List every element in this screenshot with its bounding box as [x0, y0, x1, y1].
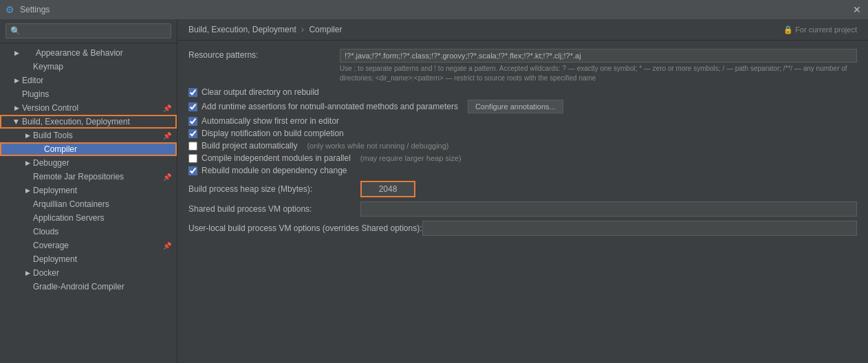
- sidebar-item-docker[interactable]: ▶ Docker: [0, 266, 177, 280]
- expand-arrow-icon: ▶: [11, 102, 22, 113]
- sidebar-item-version-control[interactable]: ▶ Version Control 📌: [0, 101, 177, 115]
- shared-vm-row: Shared build process VM options:: [188, 201, 857, 217]
- display-notification-label: Display notification on build completion: [202, 129, 344, 138]
- sidebar-item-build-execution[interactable]: ▶ Build, Execution, Deployment: [0, 115, 177, 129]
- sidebar-item-label: Remote Jar Repositories: [33, 172, 124, 182]
- runtime-assertions-checkbox[interactable]: [188, 102, 197, 111]
- sidebar-item-label: Plugins: [22, 89, 49, 99]
- sidebar-item-build-tools[interactable]: ▶ Build Tools 📌: [0, 129, 177, 142]
- expand-arrow-icon: ▶: [11, 116, 22, 127]
- current-project-label: 🔒 For current project: [783, 25, 857, 34]
- user-local-vm-row: User-local build process VM options (ove…: [188, 221, 857, 236]
- content-body: Resource patterns: Use ; to separate pat…: [177, 41, 868, 363]
- settings-window: ⚙ Settings ✕ ▶ Appearance & Behavior: [0, 0, 868, 363]
- heap-size-row: Build process heap size (Mbytes):: [188, 181, 857, 197]
- sidebar-item-appearance-behavior[interactable]: ▶ Appearance & Behavior: [0, 46, 177, 60]
- sidebar-item-editor[interactable]: ▶ Editor: [0, 74, 177, 87]
- checkbox-rebuild-module: Rebuild module on dependency change: [188, 166, 857, 175]
- search-input[interactable]: [6, 23, 171, 38]
- sidebar-item-label: Build, Execution, Deployment: [22, 117, 130, 126]
- sidebar-item-application-servers[interactable]: ▶ Application Servers: [0, 211, 177, 225]
- compile-parallel-note: (may require larger heap size): [360, 154, 462, 162]
- sidebar-item-gradle-android[interactable]: ▶ Gradle-Android Compiler: [0, 280, 177, 294]
- sidebar-item-label: Docker: [33, 268, 59, 278]
- compile-parallel-checkbox[interactable]: [188, 154, 197, 163]
- sidebar-item-compiler[interactable]: ▶ Compiler: [0, 142, 177, 156]
- checkbox-runtime-assertions: Add runtime assertions for notnull-annot…: [188, 100, 857, 113]
- show-first-error-checkbox[interactable]: [188, 117, 197, 126]
- compile-parallel-label: Compile independent modules in parallel: [202, 153, 351, 163]
- sidebar-item-plugins[interactable]: ▶ Plugins: [0, 87, 177, 101]
- user-local-vm-input[interactable]: [422, 221, 858, 236]
- sidebar-item-label: Compiler: [44, 144, 77, 154]
- sidebar-item-label: Debugger: [33, 158, 69, 168]
- clear-output-checkbox[interactable]: [188, 88, 197, 97]
- content-panel: Build, Execution, Deployment › Compiler …: [177, 19, 868, 363]
- sidebar-item-debugger[interactable]: ▶ Debugger: [0, 156, 177, 170]
- breadcrumb: Build, Execution, Deployment › Compiler: [188, 25, 342, 34]
- resource-patterns-row: Resource patterns: Use ; to separate pat…: [188, 49, 857, 83]
- resource-patterns-hint: Use ; to separate patterns and ! to nega…: [340, 64, 857, 83]
- expand-arrow-icon: ▶: [11, 75, 22, 86]
- checkbox-build-auto: Build project automatically (only works …: [188, 141, 857, 151]
- content-header: Build, Execution, Deployment › Compiler …: [177, 19, 868, 41]
- sidebar-item-coverage[interactable]: ▶ Coverage 📌: [0, 239, 177, 252]
- settings-icon: ⚙: [6, 4, 14, 15]
- sidebar-item-label: Arquillian Containers: [33, 199, 109, 209]
- sidebar-item-arquillian[interactable]: ▶ Arquillian Containers: [0, 197, 177, 211]
- user-local-vm-label: User-local build process VM options (ove…: [188, 223, 422, 233]
- runtime-assertions-label: Add runtime assertions for notnull-annot…: [202, 102, 458, 111]
- expand-arrow-icon: ▶: [22, 267, 33, 278]
- expand-arrow-icon: ▶: [11, 47, 22, 58]
- title-bar-controls: ✕: [851, 4, 862, 15]
- heap-size-input[interactable]: [360, 181, 415, 197]
- tree-area: ▶ Appearance & Behavior ▶ Keymap ▶ Edito…: [0, 43, 177, 363]
- current-project-text: For current project: [795, 25, 857, 34]
- sidebar: ▶ Appearance & Behavior ▶ Keymap ▶ Edito…: [0, 19, 177, 363]
- sidebar-item-deployment2[interactable]: ▶ Deployment: [0, 252, 177, 266]
- rebuild-module-checkbox[interactable]: [188, 166, 197, 175]
- pin-icon: 📌: [163, 242, 171, 250]
- sidebar-item-remote-jar-repos[interactable]: ▶ Remote Jar Repositories 📌: [0, 170, 177, 184]
- checkbox-compile-parallel: Compile independent modules in parallel …: [188, 153, 857, 163]
- pin-icon: 📌: [163, 132, 171, 140]
- display-notification-checkbox[interactable]: [188, 129, 197, 138]
- sidebar-item-keymap[interactable]: ▶ Keymap: [0, 60, 177, 74]
- main-content: ▶ Appearance & Behavior ▶ Keymap ▶ Edito…: [0, 19, 868, 363]
- window-title: Settings: [20, 5, 50, 14]
- clear-output-label: Clear output directory on rebuild: [202, 87, 319, 97]
- sidebar-item-label: Coverage: [33, 241, 69, 250]
- breadcrumb-part1: Build, Execution, Deployment: [188, 25, 296, 34]
- expand-arrow-icon: ▶: [22, 157, 33, 168]
- checkbox-clear-output: Clear output directory on rebuild: [188, 87, 857, 97]
- sidebar-item-label: Editor: [22, 76, 43, 85]
- sidebar-item-label: Application Servers: [33, 213, 104, 223]
- build-auto-label: Build project automatically: [202, 141, 297, 151]
- pin-icon: 📌: [163, 104, 171, 112]
- sidebar-item-label: Build Tools: [33, 131, 73, 140]
- folder-icon: [22, 47, 33, 58]
- sidebar-item-clouds[interactable]: ▶ Clouds: [0, 225, 177, 239]
- show-first-error-label: Automatically show first error in editor: [202, 116, 339, 126]
- title-bar-left: ⚙ Settings: [6, 4, 50, 15]
- close-button[interactable]: ✕: [851, 4, 862, 15]
- heap-size-label: Build process heap size (Mbytes):: [188, 184, 360, 194]
- sidebar-item-label: Deployment: [33, 254, 77, 264]
- expand-arrow-icon: ▶: [22, 130, 33, 141]
- checkbox-show-first-error: Automatically show first error in editor: [188, 116, 857, 126]
- resource-patterns-label: Resource patterns:: [188, 49, 340, 60]
- rebuild-module-label: Rebuild module on dependency change: [202, 166, 347, 175]
- resource-patterns-input[interactable]: [340, 49, 857, 63]
- pin-icon: 📌: [163, 173, 171, 181]
- shared-vm-label: Shared build process VM options:: [188, 204, 360, 214]
- sidebar-item-deployment[interactable]: ▶ Deployment: [0, 184, 177, 197]
- sidebar-item-label: Gradle-Android Compiler: [33, 282, 124, 292]
- expand-arrow-icon: ▶: [22, 185, 33, 196]
- sidebar-item-label: Keymap: [33, 62, 63, 72]
- build-auto-note: (only works while not running / debuggin…: [307, 142, 448, 150]
- configure-annotations-button[interactable]: Configure annotations...: [468, 100, 563, 113]
- resource-patterns-control: Use ; to separate patterns and ! to nega…: [340, 49, 857, 83]
- build-auto-checkbox[interactable]: [188, 142, 197, 151]
- shared-vm-input[interactable]: [360, 201, 857, 217]
- breadcrumb-part2: Compiler: [309, 25, 342, 34]
